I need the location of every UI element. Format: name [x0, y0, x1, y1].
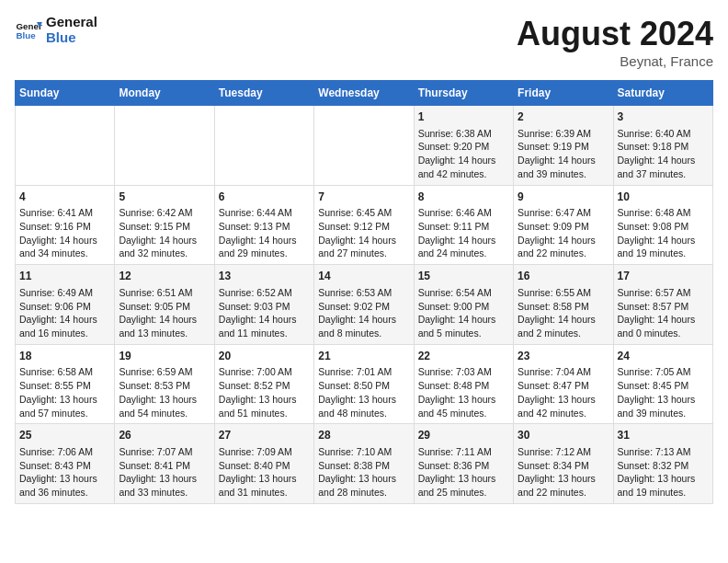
day-info: Sunset: 9:13 PM — [219, 220, 310, 234]
calendar-cell: 29Sunrise: 7:11 AMSunset: 8:36 PMDayligh… — [414, 424, 513, 504]
day-info: Sunrise: 6:54 AM — [418, 286, 509, 300]
day-info: Daylight: 13 hours — [119, 393, 210, 407]
day-number: 18 — [19, 349, 110, 364]
day-info: Daylight: 14 hours — [19, 313, 110, 327]
day-info: Daylight: 14 hours — [119, 313, 210, 327]
day-info: Sunrise: 7:12 AM — [518, 445, 609, 459]
calendar-table: SundayMondayTuesdayWednesdayThursdayFrid… — [15, 80, 713, 504]
day-info: and 37 minutes. — [618, 167, 709, 181]
day-info: Daylight: 13 hours — [418, 472, 509, 486]
day-info: Daylight: 14 hours — [518, 234, 609, 247]
day-info: Sunrise: 6:39 AM — [518, 127, 609, 141]
day-info: Daylight: 14 hours — [418, 154, 509, 167]
day-info: and 48 minutes. — [318, 407, 409, 420]
day-info: and 54 minutes. — [119, 407, 210, 420]
day-number: 27 — [219, 428, 310, 443]
calendar-cell: 4Sunrise: 6:41 AMSunset: 9:16 PMDaylight… — [16, 185, 115, 265]
day-info: Sunset: 9:19 PM — [518, 140, 609, 154]
calendar-week-row: 11Sunrise: 6:49 AMSunset: 9:06 PMDayligh… — [16, 265, 713, 345]
calendar-cell: 30Sunrise: 7:12 AMSunset: 8:34 PMDayligh… — [514, 424, 613, 504]
day-info: and 29 minutes. — [219, 247, 310, 260]
calendar-cell: 6Sunrise: 6:44 AMSunset: 9:13 PMDaylight… — [214, 185, 313, 265]
day-info: Sunrise: 7:07 AM — [119, 445, 210, 459]
day-info: Sunset: 9:15 PM — [119, 220, 210, 234]
day-info: Sunset: 9:20 PM — [418, 140, 509, 154]
calendar-cell — [16, 106, 115, 186]
day-number: 9 — [518, 190, 609, 205]
day-info: Sunrise: 6:45 AM — [318, 206, 409, 220]
day-info: and 51 minutes. — [219, 407, 310, 420]
day-info: Daylight: 14 hours — [219, 234, 310, 247]
calendar-cell: 8Sunrise: 6:46 AMSunset: 9:11 PMDaylight… — [414, 185, 513, 265]
day-info: Sunrise: 6:49 AM — [19, 286, 110, 300]
day-info: Daylight: 13 hours — [219, 393, 310, 407]
calendar-cell: 1Sunrise: 6:38 AMSunset: 9:20 PMDaylight… — [414, 106, 513, 186]
day-number: 2 — [518, 109, 609, 125]
day-info: Sunrise: 7:00 AM — [219, 365, 310, 379]
calendar-header-wednesday: Wednesday — [314, 81, 414, 106]
day-info: Sunrise: 6:59 AM — [119, 365, 210, 379]
day-info: Sunset: 8:47 PM — [518, 379, 609, 393]
calendar-cell: 24Sunrise: 7:05 AMSunset: 8:45 PMDayligh… — [613, 344, 712, 424]
day-info: Daylight: 13 hours — [418, 393, 509, 407]
day-info: Sunset: 8:43 PM — [19, 459, 110, 473]
day-info: and 39 minutes. — [618, 407, 709, 420]
day-info: Sunrise: 6:40 AM — [618, 127, 709, 141]
day-info: and 28 minutes. — [318, 486, 409, 500]
day-info: Daylight: 14 hours — [19, 234, 110, 247]
day-info: and 8 minutes. — [318, 327, 409, 340]
day-number: 5 — [119, 190, 210, 205]
calendar-header-sunday: Sunday — [16, 81, 115, 106]
day-info: and 45 minutes. — [418, 407, 509, 420]
day-info: Sunset: 8:52 PM — [219, 379, 310, 393]
calendar-week-row: 18Sunrise: 6:58 AMSunset: 8:55 PMDayligh… — [16, 344, 713, 424]
month-year-title: August 2024 — [517, 15, 713, 53]
day-info: Daylight: 14 hours — [119, 234, 210, 247]
day-number: 29 — [418, 428, 509, 443]
day-info: Sunrise: 7:03 AM — [418, 365, 509, 379]
day-info: Daylight: 14 hours — [219, 313, 310, 327]
day-info: Daylight: 14 hours — [618, 234, 709, 247]
day-info: and 34 minutes. — [19, 247, 110, 260]
day-info: Daylight: 14 hours — [418, 234, 509, 247]
calendar-header-tuesday: Tuesday — [214, 81, 313, 106]
day-info: Sunrise: 6:53 AM — [318, 286, 409, 300]
day-number: 22 — [418, 349, 509, 364]
svg-text:Blue: Blue — [17, 30, 37, 40]
day-info: Sunrise: 6:52 AM — [219, 286, 310, 300]
day-info: Daylight: 14 hours — [318, 234, 409, 247]
day-info: and 16 minutes. — [19, 327, 110, 340]
day-info: Sunset: 8:32 PM — [618, 459, 709, 473]
day-info: Sunrise: 7:10 AM — [318, 445, 409, 459]
day-info: Sunset: 8:38 PM — [318, 459, 409, 473]
day-info: Sunrise: 6:41 AM — [19, 206, 110, 220]
day-number: 8 — [418, 190, 509, 205]
calendar-week-row: 4Sunrise: 6:41 AMSunset: 9:16 PMDaylight… — [16, 185, 713, 265]
day-number: 15 — [418, 269, 509, 284]
calendar-cell — [314, 106, 414, 186]
day-number: 11 — [19, 269, 110, 284]
day-info: Daylight: 13 hours — [119, 472, 210, 486]
day-info: Daylight: 13 hours — [19, 472, 110, 486]
day-info: Sunset: 8:50 PM — [318, 379, 409, 393]
day-info: Sunset: 9:11 PM — [418, 220, 509, 234]
day-info: and 11 minutes. — [219, 327, 310, 340]
calendar-cell — [214, 106, 313, 186]
day-number: 23 — [518, 349, 609, 364]
title-block: August 2024 Beynat, France — [517, 15, 713, 69]
day-number: 19 — [119, 349, 210, 364]
day-info: Daylight: 13 hours — [618, 472, 709, 486]
day-info: Sunrise: 6:44 AM — [219, 206, 310, 220]
day-info: Sunrise: 7:06 AM — [19, 445, 110, 459]
calendar-cell: 5Sunrise: 6:42 AMSunset: 9:15 PMDaylight… — [115, 185, 214, 265]
calendar-cell: 27Sunrise: 7:09 AMSunset: 8:40 PMDayligh… — [214, 424, 313, 504]
day-info: Sunset: 9:03 PM — [219, 300, 310, 314]
day-info: and 36 minutes. — [19, 486, 110, 500]
day-info: Sunset: 8:36 PM — [418, 459, 509, 473]
day-info: Sunrise: 7:01 AM — [318, 365, 409, 379]
day-number: 26 — [119, 428, 210, 443]
calendar-cell: 10Sunrise: 6:48 AMSunset: 9:08 PMDayligh… — [613, 185, 712, 265]
day-info: and 39 minutes. — [518, 167, 609, 181]
day-number: 6 — [219, 190, 310, 205]
day-info: and 22 minutes. — [518, 486, 609, 500]
